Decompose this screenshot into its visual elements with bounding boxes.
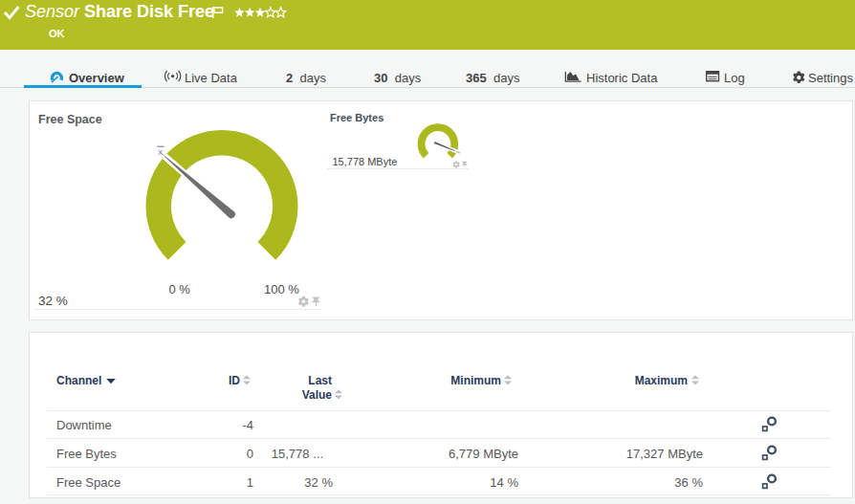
svg-text:x: x [158, 146, 163, 157]
